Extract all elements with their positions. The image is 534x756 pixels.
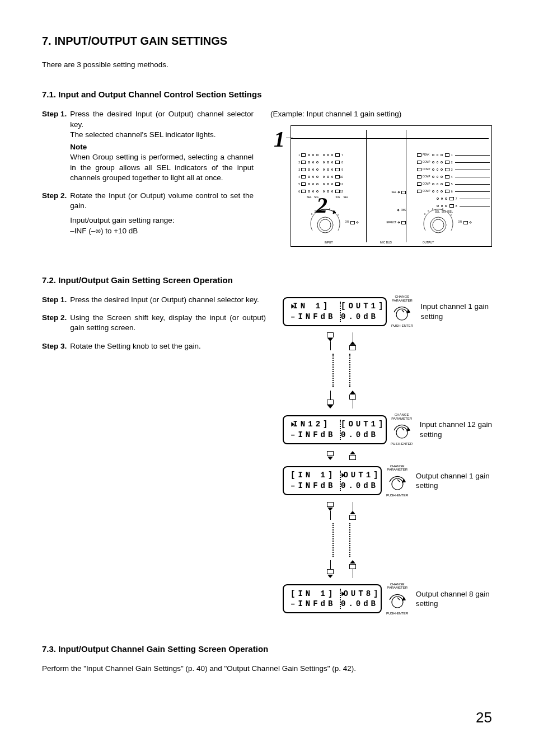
svg-marker-24 <box>402 480 405 482</box>
triangle-down-icon <box>327 457 333 460</box>
callout-1: 1 <box>274 124 285 154</box>
svg-point-1 <box>320 219 331 231</box>
screen-row: [IN 1]▶OUT8]–INFdB0.0dB CHANGEPARAMETER … <box>283 583 492 616</box>
s72-step2-text: Using the Screen shift key, display the … <box>70 313 266 333</box>
screen-description: Input channel 12 gain setting <box>420 420 492 439</box>
example-caption: (Example: Input channel 1 gain setting) <box>270 109 492 119</box>
section-7-3-title: 7.3. Input/Output Channel Gain Setting S… <box>42 644 492 655</box>
knob-label-top: CHANGEPARAMETER <box>382 583 412 590</box>
page-title: 7. INPUT/OUTPUT GAIN SETTINGS <box>42 34 492 49</box>
screen-row: ▶IN 1][OUT1]–INFdB0.0dB CHANGEPARAMETER … <box>283 295 492 328</box>
svg-point-10 <box>433 219 444 231</box>
setting-knob: CHANGEPARAMETER PUSH-ENTER <box>382 583 412 616</box>
screen-row: ▶IN12][OUT1]–INFdB0.0dB CHANGEPARAMETER … <box>283 413 492 446</box>
svg-text:0: 0 <box>338 213 339 216</box>
svg-line-25 <box>397 480 400 482</box>
mic-bus-column: SEL FBS EFFECT <box>375 191 406 224</box>
up-button-icon <box>349 455 356 460</box>
knob-label-top: CHANGEPARAMETER <box>382 464 412 472</box>
svg-text:0: 0 <box>447 210 449 213</box>
panel-divider <box>406 130 406 242</box>
svg-marker-21 <box>407 428 410 431</box>
output-volume-knob: 000 000 ON <box>420 208 456 239</box>
lcd-screen: ▶IN12][OUT1]–INFdB0.0dB <box>283 415 387 444</box>
svg-line-22 <box>402 428 404 430</box>
s72-step1-text: Press the desired Input (or Output) chan… <box>70 295 266 305</box>
screen-description: Input channel 1 gain setting <box>420 302 492 321</box>
svg-line-19 <box>402 310 404 312</box>
knob-label-bot: PUSH-ENTER <box>382 611 412 616</box>
triangle-up-icon <box>350 451 355 454</box>
intro-text: There are 3 possible setting methods. <box>42 60 492 70</box>
nav-arrows-with-ellipsis <box>283 332 492 408</box>
knob-label-top: CHANGEPARAMETER <box>387 295 417 302</box>
note-body: When Group setting is performed, selecti… <box>70 153 254 181</box>
step1-text-b: The selected channel's SEL indicator lig… <box>70 130 216 139</box>
svg-line-28 <box>397 598 400 600</box>
step1-label: Step 1. <box>42 109 67 183</box>
input-section-label: INPUT <box>291 241 366 245</box>
svg-point-20 <box>396 427 407 438</box>
output-section-label: OUTPUT <box>406 241 451 245</box>
step2-range-b: –INF (–∞) to +10 dB <box>70 227 138 235</box>
s72-step3-label: Step 3. <box>42 341 67 351</box>
screen-description: Output channel 8 gain setting <box>416 589 492 609</box>
input-channel-matrix: 17 28 39 410 511 612 SEL SIGSIG SEL <box>297 152 358 199</box>
page-number: 25 <box>42 708 492 727</box>
control-panel-diagram: 2 17 28 39 410 511 612 SEL SIGSIG SEL <box>291 125 492 247</box>
down-button-icon <box>327 451 334 456</box>
screen-description: Output channel 1 gain setting <box>416 471 492 491</box>
nav-arrows-with-ellipsis <box>283 502 492 578</box>
panel-divider <box>366 130 367 242</box>
svg-text:0: 0 <box>311 213 313 215</box>
svg-point-17 <box>396 309 407 320</box>
svg-point-23 <box>392 478 403 490</box>
lcd-screen: [IN 1]▶OUT8]–INFdB0.0dB <box>283 584 382 613</box>
screen-row: [IN 1]▶OUT1]–INFdB0.0dB CHANGEPARAMETER … <box>283 464 492 497</box>
svg-text:0: 0 <box>428 209 429 212</box>
s72-step1-label: Step 1. <box>42 295 67 305</box>
lcd-screen: [IN 1]▶OUT1]–INFdB0.0dB <box>283 466 382 495</box>
knob-label-bot: PUSH-ENTER <box>387 323 417 328</box>
setting-knob: CHANGEPARAMETER PUSH-ENTER <box>382 464 412 497</box>
step1-text-a: Press the desired Input (or Output) chan… <box>70 110 254 128</box>
svg-marker-27 <box>402 598 405 600</box>
step2-label: Step 2. <box>42 191 67 236</box>
output-channel-matrix: PEAK1 COMP2 COMP3 COMP4 COMP5 COMP6 7 8 … <box>417 152 490 214</box>
section-7-3-body: Perform the "Input Channel Gain Settings… <box>42 664 492 674</box>
svg-marker-18 <box>407 310 410 313</box>
callout-line <box>291 138 489 139</box>
section-7-2-title: 7.2. Input/Output Gain Setting Screen Op… <box>42 275 492 286</box>
section-7-1-title: 7.1. Input and Output Channel Control Se… <box>42 89 492 100</box>
step2-range-a: Input/output gain setting range: <box>70 216 174 224</box>
setting-knob: CHANGEPARAMETER PUSH-ENTER <box>387 413 416 446</box>
step2-text-a: Rotate the Input (or Output) volume cont… <box>70 191 254 210</box>
knob-label-top: CHANGEPARAMETER <box>387 413 416 420</box>
s72-step3-text: Rotate the Setting knob to set the gain. <box>70 341 266 351</box>
knob-label-bot: PUSH-ENTER <box>382 493 412 497</box>
note-label: Note <box>70 142 254 152</box>
setting-knob: CHANGEPARAMETER PUSH-ENTER <box>387 295 417 328</box>
input-volume-knob: 000 000 ON <box>307 207 343 239</box>
svg-text:0: 0 <box>451 213 452 216</box>
micbus-section-label: MIC BUS <box>366 241 406 245</box>
svg-point-26 <box>392 597 403 608</box>
s72-step2-label: Step 2. <box>42 313 67 333</box>
svg-text:0: 0 <box>424 213 426 215</box>
lcd-screen: ▶IN 1][OUT1]–INFdB0.0dB <box>283 297 387 326</box>
nav-arrows <box>283 451 400 460</box>
knob-label-bot: PUSH-ENTER <box>387 442 416 446</box>
